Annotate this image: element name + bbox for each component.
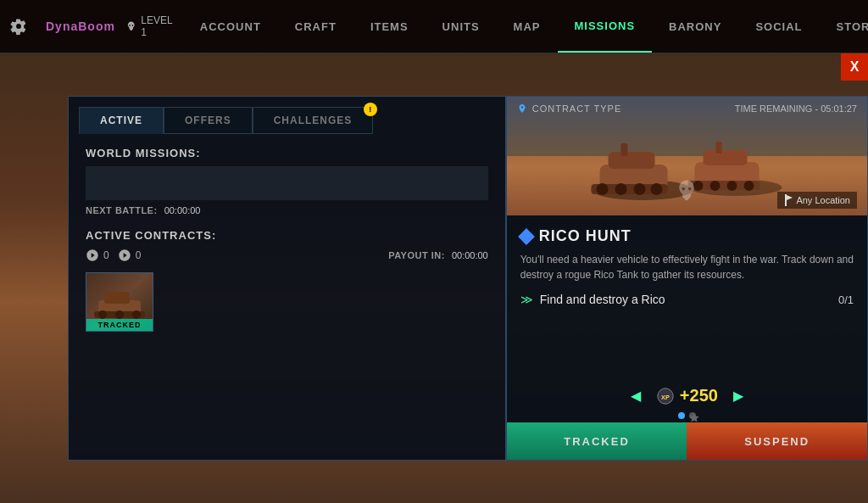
svg-marker-28 [689,413,698,422]
objective-row: ≫ Find and destroy a Rico 0/1 [520,293,854,306]
skull-watermark-icon [674,178,699,204]
svg-marker-25 [787,195,793,200]
nav-missions[interactable]: MISSIONS [558,0,653,53]
contract-stat-2: 0 [118,249,142,262]
contracts-row: 0 0 PAYOUT IN: 00:00:00 [86,249,488,262]
nav-social[interactable]: SOCIAL [738,0,819,53]
challenges-notification: ! [364,103,377,116]
page-dot-1 [678,412,685,419]
next-battle-label: NEXT BATTLE: [86,205,158,215]
main-content: ACTIVE OFFERS CHALLENGES ! WORLD MISSION… [0,53,868,503]
contract-count-2: 0 [136,249,142,261]
level-text: LEVEL 1 [141,14,174,38]
close-button[interactable]: X [841,53,868,81]
page-dots [507,409,867,422]
payout-section: PAYOUT IN: 00:00:00 [388,250,488,260]
nav-units[interactable]: UNITS [426,0,497,53]
panel-body: WORLD MISSIONS: NEXT BATTLE: 00:00:00 AC… [69,134,505,344]
location-badge: Any Location [777,192,857,209]
time-remaining: TIME REMAINING - 05:01:27 [735,103,857,114]
svg-point-13 [634,183,646,195]
xp-amount: +250 [680,386,718,405]
mission-tank-2-icon [685,126,787,207]
tab-active[interactable]: ACTIVE [79,107,164,134]
next-battle-time: 00:00:00 [164,205,201,215]
mission-title-row: RICO HUNT [520,227,854,245]
mission-title: RICO HUNT [539,227,632,245]
contract-stat-1: 0 [86,249,109,262]
tracked-card-tank-icon [94,283,145,321]
svg-point-3 [98,310,107,319]
payout-time: 00:00:00 [452,250,488,260]
svg-point-21 [710,181,721,191]
contract-stat-2-icon [118,249,131,262]
brand-area: DynaBoom LEVEL 1 [37,0,183,53]
objective-text: Find and destroy a Rico [540,293,832,306]
svg-point-22 [727,181,737,191]
svg-point-12 [615,183,627,195]
contract-stat-1-icon [86,249,99,262]
reward-section: ◀ XP +250 ▶ [507,379,867,409]
svg-rect-24 [785,194,787,206]
svg-text:XP: XP [661,393,670,400]
next-arrow-button[interactable]: ▶ [725,388,752,404]
nav-items[interactable]: ITEMS [353,0,426,53]
svg-rect-1 [104,292,130,304]
payout-label: PAYOUT IN: [388,250,445,260]
tracked-label: TRACKED [86,319,153,331]
world-missions-title: WORLD MISSIONS: [86,147,488,159]
next-battle-row: NEXT BATTLE: 00:00:00 [86,205,488,215]
nav-items: ACCOUNT CRAFT ITEMS UNITS MAP MISSIONS B… [183,0,868,53]
location-pin-icon [517,103,527,114]
top-bar: DynaBoom LEVEL 1 ACCOUNT CRAFT ITEMS UNI… [0,0,868,53]
nav-store[interactable]: STORE [820,0,868,53]
tab-offers[interactable]: OFFERS [164,107,253,134]
gear-icon [10,18,27,35]
svg-rect-8 [609,152,655,169]
location-text: Any Location [796,195,850,205]
tracked-button[interactable]: TRACKED [507,422,687,460]
nav-map[interactable]: MAP [497,0,558,53]
brand-name: DynaBoom [46,20,115,33]
svg-point-5 [132,310,141,319]
prev-arrow-button[interactable]: ◀ [622,388,649,404]
contract-header: CONTRACT TYPE TIME REMAINING - 05:01:27 [517,103,857,114]
nav-barony[interactable]: BARONY [652,0,738,53]
tracked-card[interactable]: TRACKED [86,272,153,332]
svg-point-11 [597,183,609,195]
settings-icon-wrap[interactable] [0,0,37,53]
tabs: ACTIVE OFFERS CHALLENGES ! [69,97,505,134]
level-badge: LEVEL 1 [125,14,175,38]
flag-icon [784,194,793,206]
svg-point-23 [744,181,754,191]
objective-progress: 0/1 [838,293,854,306]
page-dot-2 [689,412,696,419]
mission-image: CONTRACT TYPE TIME REMAINING - 05:01:27 … [507,97,867,215]
mission-body: RICO HUNT You'll need a heavier vehicle … [507,215,867,379]
svg-rect-18 [716,142,722,154]
contract-count-1: 0 [103,249,109,261]
svg-rect-17 [704,150,748,165]
contract-type-label: CONTRACT TYPE [517,103,622,114]
action-buttons: TRACKED SUSPEND [507,422,867,460]
objective-arrow-icon: ≫ [520,293,533,306]
right-panel: CONTRACT TYPE TIME REMAINING - 05:01:27 … [506,96,868,461]
active-contracts-title: ACTIVE CONTRACTS: [86,229,488,242]
nav-account[interactable]: ACCOUNT [183,0,278,53]
tab-challenges[interactable]: CHALLENGES ! [253,107,374,134]
diamond-icon [518,228,535,245]
world-missions-box [86,166,488,200]
xp-icon: XP [656,387,675,405]
left-panel: ACTIVE OFFERS CHALLENGES ! WORLD MISSION… [68,96,506,461]
nav-craft[interactable]: CRAFT [278,0,353,53]
xp-reward: XP +250 [656,386,718,405]
svg-point-4 [115,310,124,319]
mission-description: You'll need a heavier vehicle to effecti… [520,252,854,282]
skull-icon [125,20,136,33]
suspend-button[interactable]: SUSPEND [687,422,867,460]
svg-rect-9 [621,143,628,156]
svg-point-14 [651,183,663,195]
